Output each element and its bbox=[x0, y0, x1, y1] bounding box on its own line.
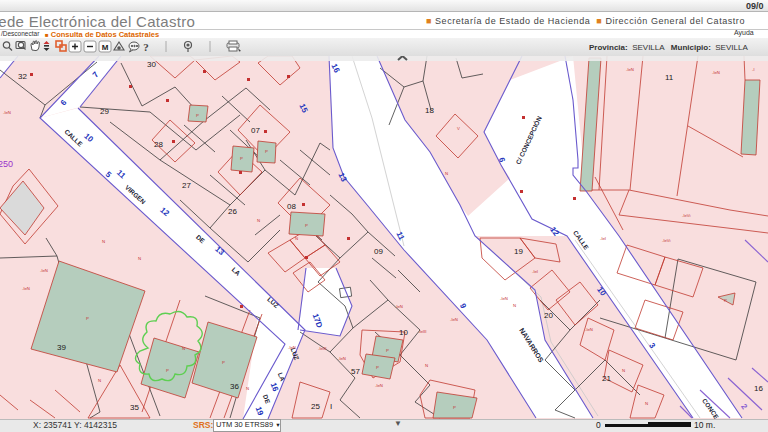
svg-text:21: 21 bbox=[602, 374, 611, 383]
svg-text:20: 20 bbox=[544, 311, 553, 320]
svg-text:-leVi: -leVi bbox=[662, 238, 671, 243]
svg-text:32: 32 bbox=[18, 72, 27, 81]
svg-text:57: 57 bbox=[351, 367, 360, 376]
svg-text:P: P bbox=[724, 298, 727, 303]
svg-text:N: N bbox=[645, 401, 648, 406]
svg-text:10: 10 bbox=[399, 328, 408, 337]
svg-text:39: 39 bbox=[57, 343, 66, 352]
svg-text:-leN: -leN bbox=[395, 304, 403, 309]
svg-text:P: P bbox=[265, 149, 268, 154]
svg-text:P: P bbox=[166, 368, 169, 373]
svg-text:-leN: -leN bbox=[288, 345, 296, 350]
svg-text:N: N bbox=[257, 218, 260, 223]
svg-text:-leI: -leI bbox=[600, 236, 606, 241]
svg-text:-leIII: -leIII bbox=[418, 329, 426, 334]
svg-text:18: 18 bbox=[425, 106, 434, 115]
svg-text:29: 29 bbox=[100, 107, 109, 116]
svg-text:-leI: -leI bbox=[532, 269, 538, 274]
svg-text:N: N bbox=[295, 236, 298, 241]
svg-text:26: 26 bbox=[228, 207, 237, 216]
svg-text:30: 30 bbox=[147, 60, 156, 69]
svg-text:N: N bbox=[425, 363, 428, 368]
svg-text:?: ? bbox=[143, 41, 149, 53]
svg-text:16: 16 bbox=[754, 384, 763, 393]
svg-text:N: N bbox=[445, 171, 448, 176]
svg-text:-leN: -leN bbox=[40, 268, 48, 273]
svg-text:-leN: -leN bbox=[450, 317, 458, 322]
svg-text:P: P bbox=[376, 365, 379, 370]
svg-text:P: P bbox=[386, 348, 389, 353]
svg-text:-leN: -leN bbox=[500, 296, 508, 301]
svg-text:N: N bbox=[102, 239, 105, 244]
svg-text:P: P bbox=[196, 113, 199, 118]
svg-text:28: 28 bbox=[154, 140, 163, 149]
svg-text:08: 08 bbox=[287, 202, 296, 211]
svg-text:-leN: -leN bbox=[3, 110, 11, 115]
svg-text:N: N bbox=[182, 346, 185, 351]
svg-text:-leN: -leN bbox=[626, 67, 634, 72]
svg-text:-leN: -leN bbox=[338, 356, 346, 361]
svg-text:-leN: -leN bbox=[22, 286, 30, 291]
svg-text:09: 09 bbox=[374, 247, 383, 256]
svg-text:N: N bbox=[246, 386, 249, 391]
svg-text:P: P bbox=[86, 316, 89, 321]
svg-text:N: N bbox=[98, 378, 101, 383]
svg-text:-leN: -leN bbox=[375, 383, 383, 388]
svg-text:27: 27 bbox=[182, 181, 191, 190]
svg-text:I: I bbox=[330, 402, 332, 411]
svg-text:P: P bbox=[453, 405, 456, 410]
svg-text:19: 19 bbox=[514, 247, 523, 256]
svg-text:N: N bbox=[513, 303, 516, 308]
svg-text:25: 25 bbox=[311, 402, 320, 411]
svg-text:M: M bbox=[102, 43, 109, 52]
svg-text:36: 36 bbox=[230, 382, 239, 391]
svg-text:-leN: -leN bbox=[585, 327, 593, 332]
svg-text:N: N bbox=[622, 368, 625, 373]
svg-text:P: P bbox=[305, 223, 308, 228]
svg-text:V: V bbox=[457, 126, 460, 131]
svg-text:250: 250 bbox=[0, 159, 13, 169]
svg-text:11: 11 bbox=[665, 73, 674, 82]
svg-text:P: P bbox=[240, 156, 243, 161]
svg-text:-leN: -leN bbox=[712, 70, 720, 75]
svg-text:-leVi: -leVi bbox=[682, 213, 691, 218]
svg-text:P: P bbox=[222, 360, 225, 365]
svg-text:35: 35 bbox=[130, 403, 139, 412]
svg-text:N: N bbox=[138, 256, 141, 261]
svg-text:-l: -l bbox=[752, 67, 754, 72]
svg-text:-leIII: -leIII bbox=[318, 346, 326, 351]
svg-text:07: 07 bbox=[251, 126, 260, 135]
